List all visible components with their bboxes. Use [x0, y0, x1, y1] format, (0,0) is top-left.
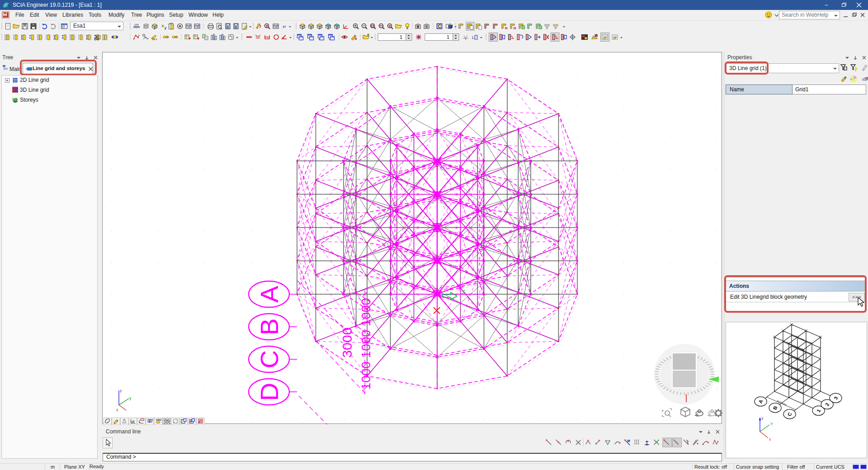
svg-text:ABC: ABC: [147, 418, 154, 421]
svg-text:z: z: [761, 416, 764, 421]
svg-text:y: y: [165, 26, 167, 30]
svg-text:R: R: [389, 24, 391, 28]
svg-text:1: 1: [400, 34, 402, 40]
svg-text:X: X: [161, 24, 164, 28]
svg-text:cm: cm: [134, 23, 139, 26]
svg-text:R: R: [514, 26, 516, 30]
svg-text:x: x: [769, 437, 771, 442]
svg-text:x: x: [116, 408, 118, 412]
svg-text:C: C: [438, 24, 441, 29]
svg-text:A: A: [255, 286, 283, 303]
svg-text:1.: 1.: [472, 35, 475, 40]
svg-text:I?: I?: [283, 25, 286, 29]
svg-text:1000 1000 1000: 1000 1000 1000: [359, 298, 373, 390]
svg-text:C: C: [255, 350, 283, 368]
svg-text:B: B: [255, 318, 283, 335]
svg-text:I7: I7: [604, 36, 607, 40]
svg-text:1: 1: [447, 34, 449, 40]
svg-text:I7: I7: [613, 36, 617, 40]
svg-text:R: R: [505, 26, 508, 30]
svg-text:y: y: [129, 396, 132, 400]
svg-text:D: D: [255, 383, 283, 401]
svg-text:3000: 3000: [340, 328, 354, 358]
svg-text:ABC: ABC: [156, 418, 162, 421]
svg-text:z: z: [120, 389, 122, 393]
svg-text:R: R: [266, 24, 268, 28]
svg-text:Y: Y: [770, 422, 773, 426]
